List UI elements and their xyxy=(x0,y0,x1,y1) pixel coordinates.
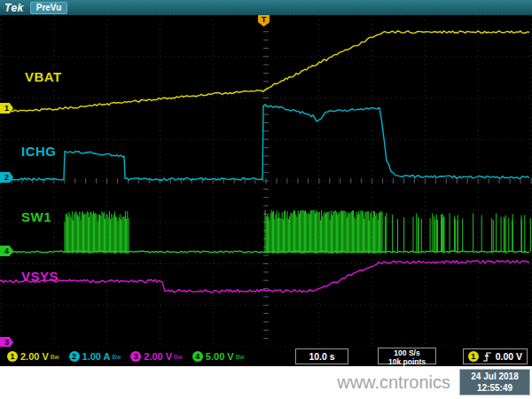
trigger-readout: 1 0.00 V xyxy=(463,348,528,364)
channel-3-badge: 3 xyxy=(130,351,141,362)
topbar: Tek PreVu xyxy=(0,0,532,15)
channel-3-scale: 2.00 V xyxy=(144,351,172,362)
channel-1-bw-indicator: Bw xyxy=(51,354,59,362)
acquisition-readout: 100 S/s 10k points xyxy=(378,348,436,364)
scope-screen: Tek PreVu 1VBAT2ICHG3VSYS4SW1 T 12.00 VB… xyxy=(0,0,532,366)
status-bar: 12.00 VBw21.00 ABw32.00 VBw45.00 VBw 10.… xyxy=(0,347,532,366)
channel-4-readout: 45.00 VBw xyxy=(192,351,245,362)
channel-3-bw-indicator: Bw xyxy=(174,354,183,362)
channel-1-badge: 1 xyxy=(7,351,18,362)
channel-2-scale: 1.00 A xyxy=(82,351,111,362)
waveform-display xyxy=(0,0,532,366)
channel-1-readout: 12.00 VBw xyxy=(7,351,59,362)
channel-4-bw-indicator: Bw xyxy=(236,354,245,362)
time-text: 12:55:49 xyxy=(460,382,529,394)
channel-3-readout: 32.00 VBw xyxy=(130,351,183,362)
record-length: 10k points xyxy=(379,358,435,367)
channel-4-scale: 5.00 V xyxy=(206,351,234,362)
channel-readouts: 12.00 VBw21.00 ABw32.00 VBw45.00 VBw xyxy=(7,347,254,366)
channel-2-badge: 2 xyxy=(69,351,80,362)
watermark-text: www.cntronics xyxy=(337,372,450,393)
channel-2-bw-indicator: Bw xyxy=(113,354,121,362)
trigger-slope-icon xyxy=(482,351,492,363)
date-text: 24 Jul 2018 xyxy=(460,371,529,382)
channel-2-readout: 21.00 ABw xyxy=(69,351,121,362)
watermark-strip: www.cntronics 24 Jul 2018 12:55:49 xyxy=(0,366,532,399)
trigger-level: 0.00 V xyxy=(496,351,522,362)
tek-logo: Tek xyxy=(4,2,24,14)
timebase-readout: 10.0 s xyxy=(295,348,348,364)
channel-4-badge: 4 xyxy=(192,351,203,362)
trigger-source-badge: 1 xyxy=(468,351,479,362)
datetime-box: 24 Jul 2018 12:55:49 xyxy=(459,369,530,395)
channel-1-scale: 2.00 V xyxy=(20,351,49,362)
acquisition-mode-badge: PreVu xyxy=(30,2,68,14)
